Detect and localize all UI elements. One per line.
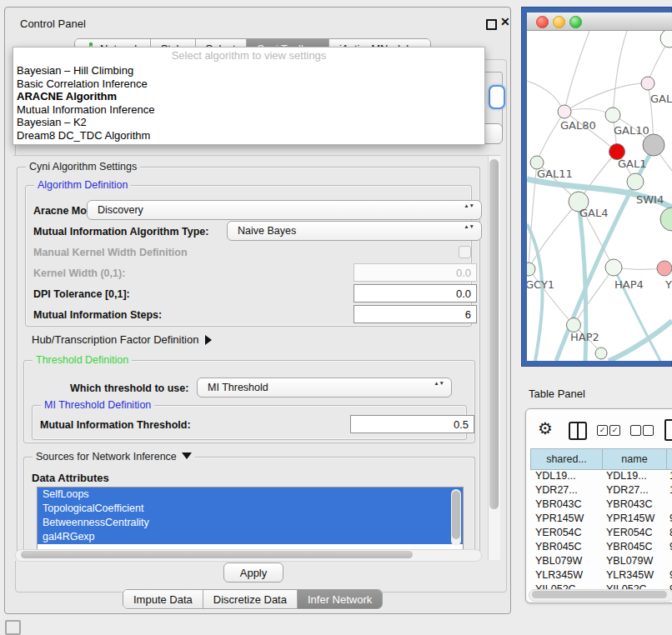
network-node-gal[interactable] bbox=[641, 77, 654, 90]
network-node[interactable] bbox=[660, 208, 672, 231]
algorithm-option[interactable]: Dream8 DC_TDC Algorithm bbox=[13, 129, 484, 142]
network-node-hap2[interactable] bbox=[567, 318, 581, 332]
tab-label: Impute Data bbox=[133, 593, 193, 606]
manual-kernel-label: Manual Kernel Width Definition bbox=[33, 247, 188, 258]
network-node-swi4[interactable] bbox=[627, 173, 644, 190]
mi-threshold-input[interactable]: 0.5 bbox=[350, 415, 474, 433]
list-vertical-scrollbar[interactable] bbox=[451, 489, 461, 546]
attribute-list-item[interactable]: BetweennessCentrality bbox=[38, 516, 463, 530]
data-attributes-list[interactable]: SelfLoopsTopologicalCoefficientBetweenne… bbox=[37, 487, 464, 550]
node-label: GAL1 bbox=[618, 158, 646, 170]
settings-horizontal-scrollbar[interactable] bbox=[15, 549, 482, 562]
network-node-hap4[interactable] bbox=[605, 259, 622, 276]
gear-icon[interactable]: ⚙ bbox=[538, 418, 553, 438]
aracne-mode-select[interactable]: Discovery ▲▼ bbox=[87, 200, 482, 220]
mi-steps-input[interactable]: 6 bbox=[354, 305, 477, 323]
deselect-all-checkbox-icon[interactable] bbox=[643, 425, 654, 436]
zoom-traffic-light-icon[interactable] bbox=[569, 16, 582, 28]
spinner-icon: ▲▼ bbox=[464, 224, 474, 229]
sources-group-title[interactable]: Sources for Network Inference bbox=[33, 451, 195, 462]
group-title: MI Threshold Definition bbox=[41, 399, 154, 411]
group-title: Algorithm Definition bbox=[34, 179, 131, 191]
network-node[interactable] bbox=[643, 134, 664, 156]
panel-grip-icon[interactable] bbox=[5, 620, 21, 635]
node-label: Y bbox=[664, 278, 672, 291]
kernel-width-input[interactable]: 0.0 bbox=[354, 263, 477, 282]
hub-definition-expander[interactable]: Hub/Transcription Factor Definition bbox=[32, 333, 212, 346]
network-node-gal10[interactable] bbox=[605, 108, 620, 122]
which-threshold-select[interactable]: MI Threshold ▲▼ bbox=[197, 378, 452, 398]
algorithm-option[interactable]: Basic Correlation Inference bbox=[13, 78, 484, 91]
float-window-icon[interactable] bbox=[486, 19, 497, 30]
node-label: HAP2 bbox=[570, 331, 599, 343]
algorithm-option[interactable]: Bayesian – Hill Climbing bbox=[13, 64, 484, 78]
kernel-width-label: Kernel Width (0,1): bbox=[33, 268, 125, 279]
select-all-checkbox-icon[interactable]: ✓ bbox=[597, 425, 608, 436]
network-node-gal80[interactable] bbox=[558, 105, 571, 118]
node-label: GAL11 bbox=[537, 168, 573, 180]
mi-threshold-label: Mutual Information Threshold: bbox=[40, 419, 191, 431]
close-icon[interactable]: ✕ bbox=[500, 15, 510, 28]
cell-shared-name: YDL19... bbox=[535, 470, 576, 482]
tab-discretize-data[interactable]: Discretize Data bbox=[203, 590, 298, 608]
network-canvas[interactable]: GALGAL80GAL10GAL1GAL11SWI4GAL4GCY1HAP4YH… bbox=[527, 31, 672, 361]
tab-infer-network[interactable]: Infer Network bbox=[298, 590, 382, 608]
cell-shared-name: YER054C bbox=[535, 527, 582, 538]
mi-steps-label: Mutual Information Steps: bbox=[33, 309, 162, 321]
minimize-traffic-light-icon[interactable] bbox=[553, 16, 565, 28]
table-horizontal-scrollbar[interactable] bbox=[529, 589, 672, 602]
column-header-partial[interactable] bbox=[667, 448, 672, 470]
cell-name: YDL19... bbox=[606, 470, 647, 482]
group-title: Threshold Definition bbox=[33, 354, 132, 366]
deselect-all-checkbox-icon[interactable] bbox=[630, 425, 641, 436]
dpi-tolerance-label: DPI Tolerance [0,1]: bbox=[33, 288, 130, 300]
hidden-focused-combo-fragment[interactable] bbox=[489, 85, 505, 109]
node-label: SWI4 bbox=[636, 193, 664, 206]
network-graph: GALGAL80GAL10GAL1GAL11SWI4GAL4GCY1HAP4YH… bbox=[527, 31, 672, 361]
cell-name: YBR045C bbox=[606, 541, 653, 552]
dpi-tolerance-input[interactable]: 0.0 bbox=[354, 284, 477, 302]
cyni-bottom-tabbar: Impute Data Discretize Data Infer Networ… bbox=[123, 589, 383, 609]
attribute-list-item[interactable]: gal4RGexp bbox=[38, 530, 463, 544]
scrollbar-thumb[interactable] bbox=[489, 159, 499, 509]
tab-impute-data[interactable]: Impute Data bbox=[123, 590, 203, 608]
network-node-y[interactable] bbox=[657, 261, 672, 276]
mi-type-label: Mutual Information Algorithm Type: bbox=[33, 226, 208, 238]
cell-name: YDR27... bbox=[606, 484, 649, 496]
column-header-shared[interactable]: shared... bbox=[530, 448, 603, 470]
settings-vertical-scrollbar[interactable] bbox=[488, 156, 500, 560]
screen: Control Panel ✕ Network Style Select bbox=[0, 0, 672, 635]
attribute-list-item[interactable]: SelfLoops bbox=[38, 488, 463, 502]
hub-definition-label: Hub/Transcription Factor Definition bbox=[32, 333, 198, 346]
attribute-list-item[interactable]: TopologicalCoefficient bbox=[38, 502, 463, 516]
scrollbar-thumb[interactable] bbox=[532, 591, 667, 598]
cell-name: YLR345W bbox=[606, 569, 654, 581]
close-traffic-light-icon[interactable] bbox=[536, 16, 549, 28]
document-icon[interactable] bbox=[664, 419, 672, 441]
cell-shared-name: YLR345W bbox=[535, 569, 583, 581]
network-window-titlebar[interactable] bbox=[527, 12, 672, 31]
mi-type-select[interactable]: Naive Bayes ▲▼ bbox=[227, 221, 482, 241]
network-node[interactable] bbox=[660, 31, 672, 48]
algorithm-option[interactable]: ARACNE Algorithm bbox=[13, 90, 484, 103]
scrollbar-thumb[interactable] bbox=[21, 551, 413, 558]
data-attributes-label: Data Attributes bbox=[32, 472, 109, 484]
scrollbar-thumb[interactable] bbox=[452, 491, 460, 539]
spinner-icon: ▲▼ bbox=[434, 381, 444, 386]
cell-shared-name: YDR27... bbox=[535, 484, 578, 496]
apply-button[interactable]: Apply bbox=[223, 562, 283, 582]
algorithm-option[interactable]: Bayesian – K2 bbox=[13, 116, 484, 129]
manual-kernel-checkbox[interactable] bbox=[459, 246, 471, 258]
which-threshold-value: MI Threshold bbox=[208, 382, 268, 393]
expander-expanded-icon bbox=[182, 452, 192, 459]
cell-name: YBR043C bbox=[606, 498, 653, 510]
table-header-row: shared... name bbox=[530, 448, 672, 470]
control-panel-title: Control Panel bbox=[20, 18, 86, 30]
node-label: GAL bbox=[650, 92, 672, 105]
column-header-name[interactable]: name bbox=[603, 448, 667, 470]
network-node-gcy1[interactable] bbox=[527, 262, 535, 276]
split-columns-icon[interactable] bbox=[569, 422, 587, 440]
select-all-checkbox-icon[interactable]: ✓ bbox=[609, 425, 620, 436]
algorithm-option[interactable]: Mutual Information Inference bbox=[13, 103, 484, 117]
network-node[interactable] bbox=[595, 348, 607, 359]
